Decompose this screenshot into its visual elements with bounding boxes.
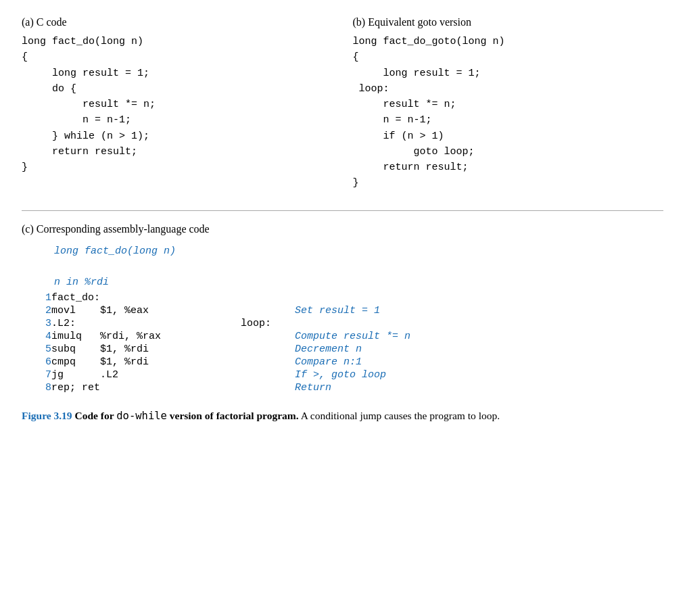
asm-loop-3: loop: [241, 317, 295, 330]
asm-row-4: 4 imulq %rdi, %rax Compute result *= n [35, 330, 677, 343]
panel-a-code: long fact_do(long n) { long result = 1; … [22, 34, 333, 175]
asm-comment-5: Decrement n [295, 343, 677, 356]
figure-code-ref: do-while [116, 410, 167, 422]
asm-instr-2: movl $1, %eax [51, 304, 241, 317]
asm-row-1: 1 fact_do: [35, 291, 677, 304]
asm-comment-2: Set result = 1 [295, 304, 677, 317]
asm-instr-8: rep; ret [51, 381, 241, 394]
section-divider [22, 210, 663, 211]
asm-instr-4: imulq %rdi, %rax [51, 330, 241, 343]
panel-b: (b) Equivalent goto version long fact_do… [346, 16, 664, 191]
asm-comment-7: If >, goto loop [295, 369, 677, 381]
panel-c: (c) Corresponding assembly-language code… [22, 223, 663, 395]
figure-caption: Figure 3.19 Code for do-while version of… [22, 408, 663, 424]
asm-loop-6 [241, 356, 295, 369]
asm-instr-5: subq $1, %rdi [51, 343, 241, 356]
panel-b-label: (b) Equivalent goto version [353, 16, 664, 28]
asm-header: long fact_do(long n) n in %rdi [54, 243, 663, 291]
asm-instr-1: fact_do: [51, 291, 241, 304]
asm-comment-3 [295, 317, 677, 330]
asm-loop-1 [241, 291, 295, 304]
asm-row-7: 7 jg .L2 If >, goto loop [35, 369, 677, 381]
asm-instr-6: cmpq $1, %rdi [51, 356, 241, 369]
asm-row-8: 8 rep; ret Return [35, 381, 677, 394]
asm-loop-2 [241, 304, 295, 317]
panel-a-label: (a) C code [22, 16, 333, 28]
figure-bold-2: version of factorial program. [167, 410, 299, 421]
asm-comment-1 [295, 291, 677, 304]
asm-comment-6: Compare n:1 [295, 356, 677, 369]
asm-row-5: 5 subq $1, %rdi Decrement n [35, 343, 677, 356]
asm-linenum-5: 5 [35, 343, 51, 356]
asm-loop-8 [241, 381, 295, 394]
asm-loop-5 [241, 343, 295, 356]
asm-linenum-6: 6 [35, 356, 51, 369]
top-panels: (a) C code long fact_do(long n) { long r… [22, 16, 663, 191]
asm-linenum-4: 4 [35, 330, 51, 343]
asm-row-6: 6 cmpq $1, %rdi Compare n:1 [35, 356, 677, 369]
panel-b-code: long fact_do_goto(long n) { long result … [353, 34, 664, 191]
asm-instr-3: .L2: [51, 317, 241, 330]
asm-linenum-1: 1 [35, 291, 51, 304]
figure-bold-1: Code for [75, 410, 117, 421]
figure-label: Figure 3.19 [22, 410, 72, 421]
asm-table: 1 fact_do: 2 movl $1, %eax Set result = … [35, 291, 677, 394]
asm-comment-8: Return [295, 381, 677, 394]
asm-linenum-8: 8 [35, 381, 51, 394]
asm-loop-4 [241, 330, 295, 343]
panel-a: (a) C code long fact_do(long n) { long r… [22, 16, 346, 191]
asm-loop-7 [241, 369, 295, 381]
asm-header-line1: long fact_do(long n) [54, 243, 663, 259]
asm-row-2: 2 movl $1, %eax Set result = 1 [35, 304, 677, 317]
asm-linenum-3: 3 [35, 317, 51, 330]
panel-c-label: (c) Corresponding assembly-language code [22, 223, 663, 235]
asm-linenum-7: 7 [35, 369, 51, 381]
asm-instr-7: jg .L2 [51, 369, 241, 381]
asm-row-3: 3 .L2: loop: [35, 317, 677, 330]
asm-header-line2: n in %rdi [54, 275, 663, 290]
figure-rest: A conditional jump causes the program to… [301, 410, 500, 421]
asm-linenum-2: 2 [35, 304, 51, 317]
goto-loop-text: goto loop [331, 369, 386, 381]
asm-comment-4: Compute result *= n [295, 330, 677, 343]
